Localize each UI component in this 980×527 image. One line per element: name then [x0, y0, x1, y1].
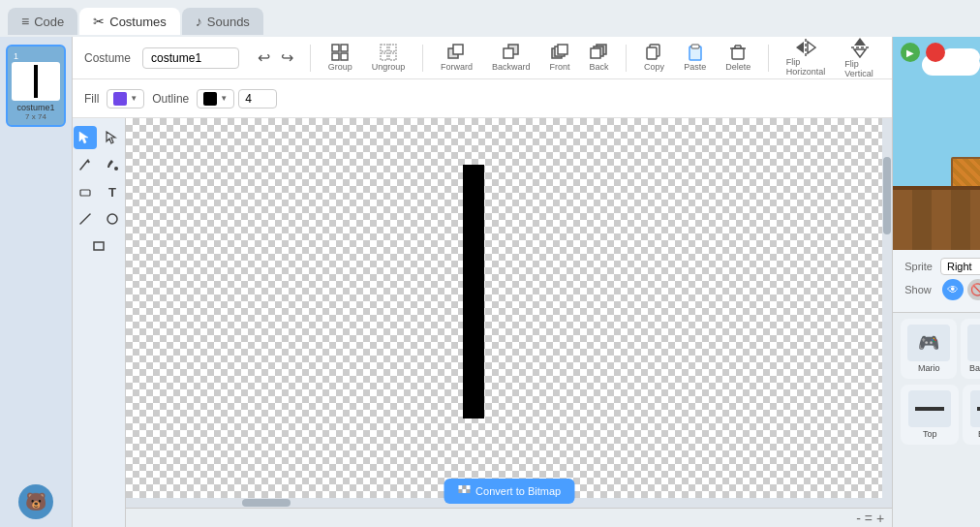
front-label: Front — [549, 62, 569, 72]
cloud1a — [941, 48, 980, 66]
drawn-black-rect — [463, 165, 484, 418]
flip-h-button[interactable]: Flip Horizontal — [781, 37, 832, 78]
front-icon — [551, 44, 568, 61]
tool-row-1 — [74, 126, 124, 149]
svg-rect-1 — [341, 45, 348, 51]
svg-marker-33 — [79, 132, 88, 143]
green-flag-button[interactable]: ▶ — [901, 43, 920, 62]
svg-rect-46 — [462, 489, 466, 493]
ungroup-button[interactable]: Ungroup — [366, 42, 412, 74]
outline-color-swatch — [203, 92, 217, 106]
costume-label: Costume — [84, 51, 131, 65]
flip-v-icon — [851, 37, 869, 58]
stop-button[interactable] — [926, 43, 945, 62]
select-tool[interactable] — [74, 126, 97, 149]
flip-h-icon — [795, 39, 816, 56]
outline-dropdown-arrow: ▼ — [220, 94, 228, 103]
separator1 — [310, 45, 311, 72]
svg-marker-32 — [854, 49, 866, 57]
rect-tool[interactable] — [87, 234, 110, 258]
hide-eye-button[interactable]: 🚫 — [967, 279, 980, 300]
convert-to-bitmap-button[interactable]: Convert to Bitmap — [444, 479, 574, 504]
forward-button[interactable]: Forward — [435, 42, 478, 74]
costume-thumb[interactable]: 1 costume1 7 x 74 — [6, 45, 66, 127]
svg-rect-42 — [458, 485, 462, 489]
costume-name-input[interactable] — [142, 47, 239, 69]
costume-preview — [12, 62, 60, 101]
pencil-tool[interactable] — [74, 153, 97, 176]
fill-color-button[interactable]: ▼ — [107, 89, 144, 108]
code-icon: ≡ — [21, 14, 29, 29]
line-tool[interactable] — [74, 207, 97, 231]
delete-label: Delete — [725, 62, 750, 72]
svg-rect-6 — [381, 53, 387, 60]
tool-row-4 — [74, 207, 124, 231]
circle-tool[interactable] — [101, 207, 124, 231]
flip-v-label: Flip Vertical — [844, 59, 874, 78]
fill-dropdown-arrow: ▼ — [130, 94, 138, 103]
tab-bar: ≡ Code ✂ Costumes ♪ Sounds — [0, 0, 980, 37]
tab-sounds[interactable]: ♪ Sounds — [182, 8, 263, 35]
delete-button[interactable]: Delete — [720, 42, 756, 74]
text-tool[interactable]: T — [101, 180, 124, 203]
background-label: Backgro... — [969, 363, 980, 373]
copy-icon — [646, 44, 663, 61]
zoom-in-button[interactable]: + — [876, 511, 884, 526]
sprite-card-bottom[interactable]: Bottom — [963, 385, 980, 445]
fill-color-swatch — [113, 92, 127, 106]
backward-icon — [503, 44, 520, 61]
tab-code-label: Code — [34, 15, 64, 29]
fill-tool[interactable] — [101, 153, 124, 176]
flip-v-button[interactable]: Flip Vertical — [839, 35, 880, 80]
sprite-card-top[interactable]: Top — [901, 385, 959, 445]
tab-costumes[interactable]: ✂ Costumes — [79, 8, 180, 35]
svg-rect-41 — [94, 242, 104, 250]
show-eye-button[interactable]: 👁 — [942, 279, 964, 300]
costume-list: 1 costume1 7 x 74 🐻 — [0, 37, 72, 527]
separator4 — [768, 45, 769, 72]
horizontal-scrollbar-thumb[interactable] — [242, 499, 291, 507]
paste-button[interactable]: Paste — [678, 42, 712, 74]
undo-redo-group: ↩ ↪ — [253, 46, 298, 70]
stage-controls: ▶ — [901, 43, 945, 62]
outline-group: Outline ▼ 4 — [152, 89, 277, 108]
sprite-info-row1: Sprite ↔ x ↕ y — [904, 258, 980, 275]
vertical-scrollbar-thumb[interactable] — [883, 157, 891, 234]
ungroup-label: Ungroup — [372, 62, 406, 72]
copy-label: Copy — [644, 62, 664, 72]
zoom-controls: - = + — [856, 511, 884, 526]
sprite-card-mario[interactable]: 🎮 Mario — [901, 319, 957, 379]
svg-rect-17 — [591, 48, 600, 58]
sounds-icon: ♪ — [196, 14, 202, 29]
convert-label: Convert to Bitmap — [475, 485, 561, 497]
vertical-scrollbar[interactable] — [882, 118, 892, 508]
stage-scene: 🐱 — [893, 37, 980, 250]
sprite-card-background[interactable]: 🏔 Backgro... — [961, 319, 980, 379]
sprite-label: Sprite — [904, 261, 933, 272]
sprite-name-input[interactable] — [940, 258, 980, 275]
show-toggle: 👁 🚫 — [942, 279, 980, 300]
svg-rect-38 — [80, 190, 90, 196]
copy-button[interactable]: Copy — [638, 42, 670, 74]
redo-button[interactable]: ↪ — [276, 46, 298, 70]
eraser-tool[interactable] — [74, 180, 97, 203]
drawing-canvas[interactable]: Convert to Bitmap - = + — [126, 118, 892, 527]
svg-line-39 — [80, 214, 90, 224]
main-layout: 1 costume1 7 x 74 🐻 Costume ↩ ↪ Group — [0, 37, 980, 527]
group-icon — [331, 44, 349, 61]
canvas-area: T — [73, 118, 892, 527]
reshape-tool[interactable] — [101, 126, 124, 149]
paste-label: Paste — [684, 62, 706, 72]
bitmap-icon — [457, 484, 471, 498]
back-button[interactable]: Back — [583, 42, 614, 74]
outline-thickness-input[interactable]: 4 — [238, 89, 277, 108]
tab-code[interactable]: ≡ Code — [8, 8, 77, 35]
group-button[interactable]: Group — [322, 42, 358, 74]
front-button[interactable]: Front — [543, 42, 575, 74]
forward-icon — [447, 44, 465, 61]
zoom-out-button[interactable]: - — [856, 511, 861, 526]
costume-editor: Costume ↩ ↪ Group Ungroup Forward — [72, 37, 892, 527]
outline-color-button[interactable]: ▼ — [197, 89, 234, 108]
undo-button[interactable]: ↩ — [253, 46, 275, 70]
backward-button[interactable]: Backward — [486, 42, 536, 74]
